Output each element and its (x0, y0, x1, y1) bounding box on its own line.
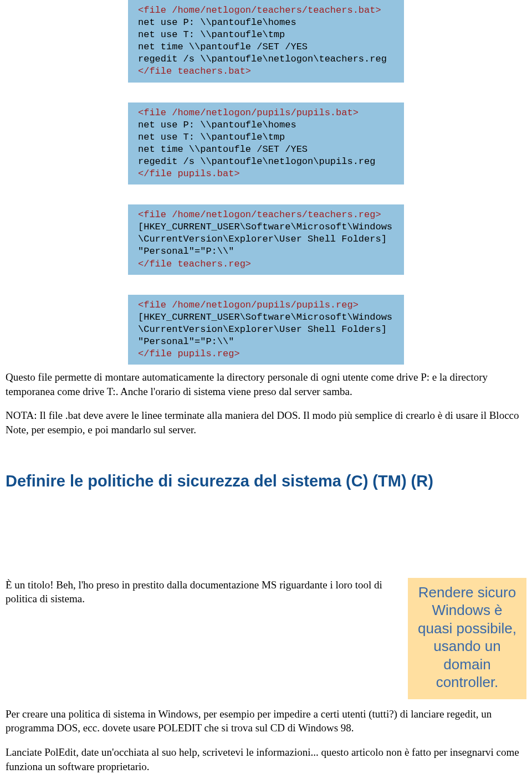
code-line: <file /home/netlogon/pupils/pupils.bat> (138, 107, 404, 119)
code-line: "Personal"="P:\\" (138, 245, 404, 258)
code-line: [HKEY_CURRENT_USER\Software\Microsoft\Wi… (138, 221, 404, 233)
code-line: regedit /s \\pantoufle\netlogon\pupils.r… (138, 156, 404, 168)
code-block-teachers-bat: <file /home/netlogon/teachers/teachers.b… (128, 0, 404, 83)
code-line: \CurrentVersion\Explorer\User Shell Fold… (138, 233, 404, 245)
code-line: \CurrentVersion\Explorer\User Shell Fold… (138, 324, 404, 336)
code-line: <file /home/netlogon/teachers/teachers.b… (138, 4, 404, 17)
code-block-pupils-reg: <file /home/netlogon/pupils/pupils.reg>[… (128, 295, 404, 365)
code-line: </file pupils.bat> (138, 168, 404, 180)
callout-secure-windows: Rendere sicuro Windows è quasi possibile… (408, 578, 526, 699)
paragraph-poledit-help: Lanciate PolEdit, date un'occhiata al su… (6, 745, 526, 773)
paragraph-poledit: Per creare una politica di sistema in Wi… (6, 707, 526, 735)
code-block-pupils-bat: <file /home/netlogon/pupils/pupils.bat>n… (128, 103, 404, 185)
code-line: net use P: \\pantoufle\homes (138, 17, 404, 29)
code-line: <file /home/netlogon/teachers/teachers.r… (138, 209, 404, 221)
code-line: </file teachers.bat> (138, 65, 404, 78)
code-line: "Personal"="P:\\" (138, 336, 404, 348)
code-line: net use T: \\pantoufle\tmp (138, 29, 404, 41)
code-line: net time \\pantoufle /SET /YES (138, 144, 404, 156)
code-line: </file teachers.reg> (138, 258, 404, 270)
code-line: <file /home/netlogon/pupils/pupils.reg> (138, 299, 404, 311)
paragraph-mount-info: Questo file permette di montare automati… (6, 370, 526, 398)
section-heading-security-policies: Definire le politiche di sicurezza del s… (6, 470, 526, 492)
code-line: net time \\pantoufle /SET /YES (138, 41, 404, 53)
paragraph-dos-note: NOTA: Il file .bat deve avere le linee t… (6, 408, 526, 437)
code-line: net use T: \\pantoufle\tmp (138, 131, 404, 144)
code-line: [HKEY_CURRENT_USER\Software\Microsoft\Wi… (138, 311, 404, 324)
code-line: </file pupils.reg> (138, 348, 404, 360)
code-block-teachers-reg: <file /home/netlogon/teachers/teachers.r… (128, 204, 404, 274)
code-line: regedit /s \\pantoufle\netlogon\teachers… (138, 53, 404, 65)
code-line: net use P: \\pantoufle\homes (138, 119, 404, 131)
